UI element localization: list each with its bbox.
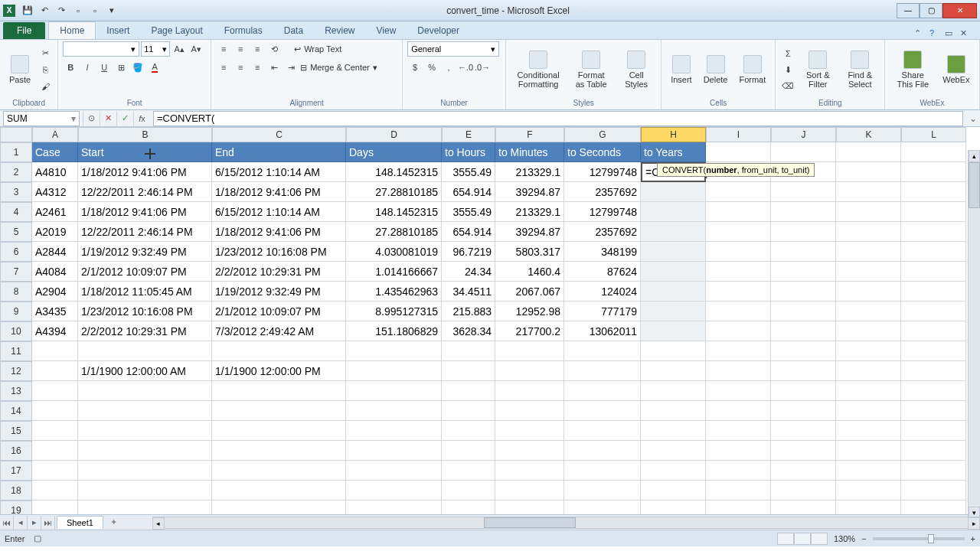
cell[interactable] xyxy=(836,142,901,162)
cell[interactable]: 1/1/1900 12:00:00 PM xyxy=(212,361,346,381)
cell[interactable]: Days xyxy=(346,142,442,162)
find-select-button[interactable]: Find & Select xyxy=(840,49,880,90)
row-header[interactable]: 3 xyxy=(0,182,32,202)
insert-cells-button[interactable]: Insert xyxy=(666,54,697,86)
cell[interactable] xyxy=(771,421,836,441)
share-file-button[interactable]: Share This File xyxy=(890,49,936,90)
minimize-button[interactable]: — xyxy=(897,3,920,18)
clear-icon[interactable]: ⌫ xyxy=(780,78,795,93)
cell[interactable] xyxy=(442,461,495,481)
row-header[interactable]: 6 xyxy=(0,242,32,262)
col-header[interactable]: A xyxy=(32,127,78,142)
cell[interactable] xyxy=(442,421,495,441)
cell[interactable] xyxy=(771,222,836,242)
increase-decimal-icon[interactable]: ←.0 xyxy=(458,60,473,75)
cell[interactable] xyxy=(442,341,495,361)
cell[interactable] xyxy=(212,481,346,500)
cell[interactable] xyxy=(706,500,771,514)
cell[interactable] xyxy=(901,441,966,461)
cell[interactable] xyxy=(706,401,771,421)
cell[interactable] xyxy=(442,381,495,401)
cell[interactable] xyxy=(706,182,771,202)
cell[interactable] xyxy=(346,401,442,421)
row-header[interactable]: 9 xyxy=(0,302,32,321)
cell[interactable]: A2844 xyxy=(32,242,78,262)
cell[interactable]: 1/19/2012 9:32:49 PM xyxy=(212,282,346,302)
undo-icon[interactable]: ↶ xyxy=(37,3,52,18)
cell[interactable]: 215.883 xyxy=(442,302,495,321)
cell[interactable]: 1/18/2012 9:41:06 PM xyxy=(212,182,346,202)
formula-input[interactable]: =CONVERT( xyxy=(153,111,963,126)
cell[interactable] xyxy=(771,262,836,282)
close-button[interactable]: ✕ xyxy=(942,3,977,18)
cell[interactable]: A4394 xyxy=(32,321,78,341)
cell[interactable] xyxy=(78,481,212,500)
cell[interactable] xyxy=(836,481,901,500)
cell[interactable]: 2/2/2012 10:29:31 PM xyxy=(78,321,212,341)
cell[interactable]: 2/1/2012 10:09:07 PM xyxy=(78,262,212,282)
cell[interactable] xyxy=(771,321,836,341)
row-header[interactable]: 10 xyxy=(0,321,32,341)
cell[interactable] xyxy=(641,321,706,341)
cell[interactable]: 1/18/2012 9:41:06 PM xyxy=(212,222,346,242)
row-header[interactable]: 1 xyxy=(0,142,32,162)
cell[interactable]: 34.4511 xyxy=(442,282,495,302)
cell[interactable] xyxy=(771,500,836,514)
tab-review[interactable]: Review xyxy=(314,22,365,39)
cell[interactable] xyxy=(836,381,901,401)
cell[interactable]: 39294.87 xyxy=(495,222,564,242)
cell[interactable] xyxy=(78,401,212,421)
cell[interactable]: A2019 xyxy=(32,222,78,242)
cell[interactable] xyxy=(706,222,771,242)
range-selector-icon[interactable]: ⊙ xyxy=(83,111,100,126)
zoom-out-button[interactable]: − xyxy=(861,534,866,543)
cell[interactable]: 27.28810185 xyxy=(346,182,442,202)
cell[interactable] xyxy=(641,481,706,500)
cell[interactable]: 4.030081019 xyxy=(346,242,442,262)
cell[interactable]: 1/1/1900 12:00:00 AM xyxy=(78,361,212,381)
cell[interactable] xyxy=(706,262,771,282)
cell[interactable]: 1/23/2012 10:16:08 PM xyxy=(78,302,212,321)
cell[interactable] xyxy=(212,500,346,514)
row-header[interactable]: 11 xyxy=(0,341,32,361)
align-middle-icon[interactable]: ≡ xyxy=(233,41,248,57)
cell[interactable]: 2357692 xyxy=(564,182,641,202)
cell[interactable]: 2357692 xyxy=(564,222,641,242)
col-header[interactable]: I xyxy=(706,127,771,142)
cell[interactable] xyxy=(564,341,641,361)
normal-view-button[interactable] xyxy=(777,533,794,545)
cell[interactable] xyxy=(901,242,966,262)
increase-font-icon[interactable]: A▴ xyxy=(172,41,187,57)
tab-insert[interactable]: Insert xyxy=(96,22,140,39)
sheet-tab[interactable]: Sheet1 xyxy=(57,516,103,529)
format-cells-button[interactable]: Format xyxy=(734,54,770,86)
cell[interactable] xyxy=(442,401,495,421)
cell[interactable] xyxy=(641,282,706,302)
paste-button[interactable]: Paste xyxy=(5,54,35,86)
cell[interactable] xyxy=(706,242,771,262)
row-header[interactable]: 12 xyxy=(0,361,32,381)
cell[interactable]: 1460.4 xyxy=(495,262,564,282)
cell[interactable] xyxy=(641,262,706,282)
col-header[interactable]: G xyxy=(564,127,641,142)
cell[interactable]: A4084 xyxy=(32,262,78,282)
webex-button[interactable]: WebEx xyxy=(938,54,974,86)
zoom-in-button[interactable]: + xyxy=(971,534,975,543)
cell[interactable]: Case xyxy=(32,142,78,162)
cell[interactable] xyxy=(836,421,901,441)
cell[interactable]: 24.34 xyxy=(442,262,495,282)
tab-page-layout[interactable]: Page Layout xyxy=(140,22,213,39)
cell[interactable] xyxy=(32,421,78,441)
delete-cells-button[interactable]: Delete xyxy=(699,54,733,86)
format-as-table-button[interactable]: Format as Table xyxy=(568,49,614,90)
row-header[interactable]: 18 xyxy=(0,481,32,500)
cell[interactable] xyxy=(836,441,901,461)
cell[interactable] xyxy=(901,381,966,401)
row-header[interactable]: 16 xyxy=(0,441,32,461)
cell[interactable] xyxy=(32,341,78,361)
cell[interactable] xyxy=(706,202,771,222)
cell[interactable] xyxy=(78,341,212,361)
cell[interactable] xyxy=(901,302,966,321)
cell[interactable] xyxy=(495,481,564,500)
cell[interactable]: 1.435462963 xyxy=(346,282,442,302)
